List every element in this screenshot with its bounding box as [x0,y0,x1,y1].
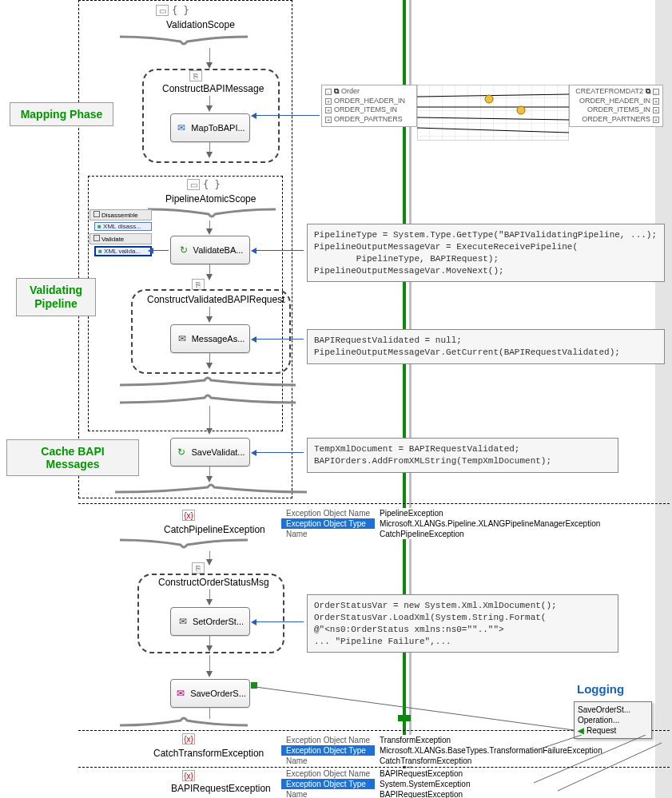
curly-bottom [120,374,296,388]
mapper-left-root: Order [341,87,360,97]
log-line-1: SaveOrderSt... [578,705,648,715]
arrow-down-icon [206,228,213,235]
map-to-bapi-text: MapToBAPI... [191,123,245,133]
plus-icon[interactable]: + [653,107,659,113]
save-orders-shape[interactable]: ✉ SaveOrderS... [170,679,250,708]
scope-icon: ▭ [156,5,169,16]
prop-label[interactable]: Exception Object Type [281,518,375,529]
validate-ba-shape[interactable]: ↻ ValidateBA... [170,236,250,264]
construct-validated-label: ConstructValidatedBAPIRequest [147,294,285,305]
minus-icon[interactable]: - [325,89,332,95]
exception-icon: {x} [182,733,195,744]
plus-icon[interactable]: + [325,117,332,123]
curly-top [148,206,276,220]
arrow-down-icon [206,428,213,435]
message-as-shape[interactable]: ✉ MessageAs... [170,324,250,353]
prop-label: Name [281,756,375,766]
construct-validated-text: ConstructValidatedBAPIRequest [147,294,285,305]
prop-value: BAPIRequestException [375,789,475,798]
svg-line-8 [256,687,574,730]
construct-icon: ⎘ [189,70,202,81]
phase-validating: Validating Pipeline [16,278,96,316]
construct-bapi-text: ConstructBAPIMessage [162,83,264,94]
prop-label[interactable]: Exception Object Type [281,745,375,756]
map-to-bapi-shape[interactable]: ✉ MapToBAPI... [170,113,250,142]
mapper-left-2: ORDER_PARTNERS [334,115,403,125]
arrow-down-icon [206,599,213,605]
curly-bottom-3 [115,481,307,495]
exception-icon: {x} [182,510,195,521]
mapper-right-1: ORDER_ITEMS_IN [587,105,650,115]
catch-transform-text: CatchTransformException [153,748,264,759]
construct-validated-icon-row: ⎘ [192,279,205,290]
arrow-down-icon [206,671,213,677]
braces-icon: { } [203,179,221,190]
arrow-down-icon [206,559,213,566]
message-assign-icon: ✉ [176,332,189,345]
curly-top [120,537,248,551]
divider [78,503,670,505]
prop-value: BAPIRequestException [375,768,475,779]
phase-cache: Cache BAPI Messages [6,439,139,476]
plus-icon[interactable]: + [653,117,659,123]
construct-icon: ⎘ [192,279,205,290]
pipe-stage-2: Validate [101,236,124,243]
curly-bottom-4 [120,716,248,729]
messageas-code-panel: BAPIRequestValidated = null; PipelineOut… [307,329,665,364]
prop-label[interactable]: Exception Object Type [281,779,375,789]
prop-value: CatchPipelineException [375,529,605,539]
catch-pipeline-text: CatchPipelineException [164,524,265,535]
pipe-item-2[interactable]: XML valida... [104,248,141,255]
braces-icon: { } [172,5,189,16]
prop-value: System.SystemException [375,779,475,789]
catch-pipeline-label: CatchPipelineException [164,524,265,535]
pipe-stage-1: Disassemble [101,212,138,219]
svg-point-6 [485,95,493,103]
prop-label: Exception Object Name [281,768,375,779]
pipeline-scope-label: PipelineAtomicScope [165,193,256,204]
arrow-down-icon [206,645,213,652]
pipeline-scope-text: PipelineAtomicScope [165,193,256,204]
expression-icon: ↻ [177,244,190,256]
mapper-left-1: ORDER_ITEMS_IN [334,105,397,115]
logging-port-window[interactable]: SaveOrderSt... Operation... ◀Request [574,701,652,739]
connector [209,655,210,673]
pipeline-exception-grid: Exception Object NamePipelineException E… [281,508,605,539]
send-icon: ✉ [174,687,187,700]
plus-icon[interactable]: + [325,98,332,105]
validate-ba-text: ValidateBA... [193,245,244,255]
prop-value: Microsoft.XLANGs.Pipeline.XLANGPipelineM… [375,518,605,529]
validation-scope-text: ValidationScope [166,19,235,30]
arrow-to-messageas-code [256,339,304,339]
curly-bottom-2 [120,391,296,406]
arrow-down-icon [206,274,213,280]
mapper-grid [417,85,569,141]
minus-icon[interactable]: - [653,89,659,95]
svg-line-9 [534,735,582,751]
save-validat-text: SaveValidat... [191,447,245,457]
message-assign-icon: ✉ [177,615,189,628]
grid-fan-lines [534,735,670,798]
arrow-to-setorder-code [256,621,304,622]
scope-icon: ▭ [187,179,200,190]
send-to-port-line [256,684,575,740]
catch-pipeline-icon-row: {x} [182,510,195,521]
arrow-down-icon [206,363,213,369]
arrow-to-save-code [256,452,304,453]
set-orderst-shape[interactable]: ✉ SetOrderSt... [170,607,250,636]
bapi-req-ex-icon-row: {x} [182,770,195,781]
plus-icon[interactable]: + [653,98,659,105]
save-validat-shape[interactable]: ↻ SaveValidat... [170,438,250,466]
pipeline-mini: Disassemble ■ XML disass... Validate ■ X… [89,209,152,259]
plus-icon[interactable]: + [325,107,332,113]
mapper-left-0: ORDER_HEADER_IN [334,97,405,106]
validate-code-text: PipelineType = System.Type.GetType("BAPI… [314,230,657,276]
mapper-right-2: ORDER_PARTNERS [582,115,650,125]
construct-orderstatus-label: ConstructOrderStatusMsg [158,577,269,588]
prop-label: Name [281,529,375,539]
pipe-item-1[interactable]: XML disass... [103,223,141,230]
construct-bapi-icon-row: ⎘ [189,70,202,81]
pipeline-scope-icon-row: ▭ { } [187,179,221,190]
exception-icon: {x} [182,770,195,781]
arrow-down-icon [206,152,213,158]
